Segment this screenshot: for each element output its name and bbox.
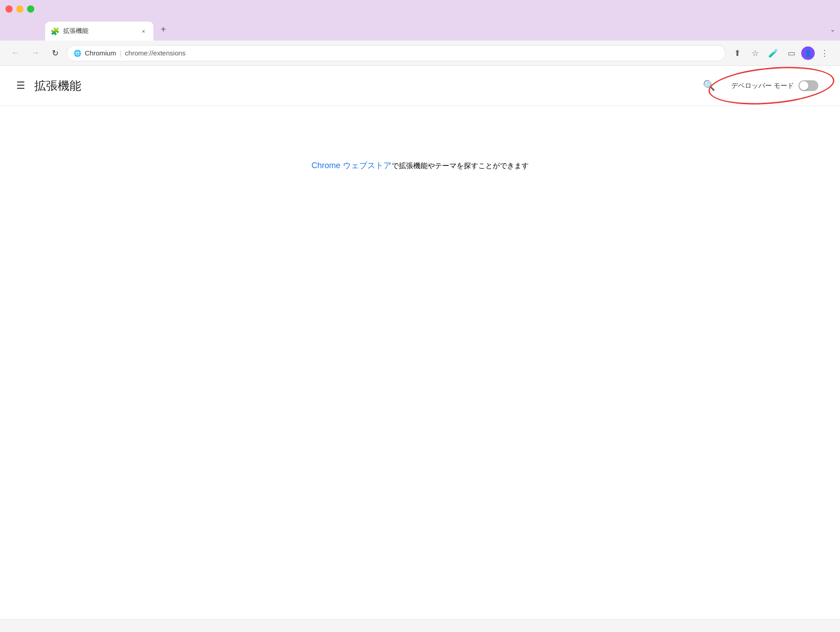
empty-state-text: Chrome ウェブストアで拡張機能やテーマを探すことができます (311, 160, 528, 171)
titlebar (0, 0, 840, 18)
extensions-menu-button[interactable]: 🧪 (765, 45, 781, 61)
tab-title: 拡張機能 (63, 27, 135, 35)
extensions-header: ☰ 拡張機能 🔍 デベロッパー モード (0, 66, 840, 106)
reload-button[interactable]: ↻ (47, 45, 63, 61)
toggle-track (798, 80, 818, 91)
bookmark-button[interactable]: ☆ (747, 45, 763, 61)
developer-mode-label: デベロッパー モード (731, 82, 794, 90)
share-icon: ⬆ (734, 48, 741, 58)
maximize-button[interactable] (27, 5, 34, 13)
hamburger-button[interactable]: ☰ (14, 78, 27, 93)
more-menu-button[interactable]: ⋮ (817, 45, 833, 61)
back-button[interactable]: ← (7, 45, 23, 61)
forward-button[interactable]: → (27, 45, 43, 61)
bottom-bar (0, 619, 840, 632)
new-tab-button[interactable]: + (155, 21, 171, 37)
profile-button[interactable]: 👤 (801, 46, 815, 60)
tab-dropdown-button[interactable]: ⌄ (830, 26, 835, 33)
forward-icon: → (31, 48, 39, 58)
developer-mode-toggle[interactable] (798, 80, 818, 91)
header-right: 🔍 デベロッパー モード (701, 77, 826, 95)
search-button[interactable]: 🔍 (701, 78, 717, 93)
chrome-webstore-link[interactable]: Chrome ウェブストア (311, 161, 391, 170)
header-left: ☰ 拡張機能 (14, 78, 81, 94)
active-tab[interactable]: 🧩 拡張機能 × (45, 22, 153, 41)
back-icon: ← (11, 48, 19, 58)
split-icon: ▭ (788, 48, 795, 58)
share-button[interactable]: ⬆ (729, 45, 745, 61)
flask-icon: 🧪 (768, 48, 778, 58)
traffic-lights (5, 5, 34, 13)
page-content: ☰ 拡張機能 🔍 デベロッパー モード Chrome ウ (0, 66, 840, 632)
bookmark-icon: ☆ (752, 48, 759, 58)
more-icon: ⋮ (821, 48, 829, 58)
extension-icon: 🧩 (51, 27, 60, 36)
navbar: ← → ↻ 🌐 Chromium | chrome://extensions ⬆… (0, 41, 840, 66)
tab-close-button[interactable]: × (139, 27, 148, 36)
tab-bar: 🧩 拡張機能 × + ⌄ (0, 18, 840, 41)
omnibox-url: chrome://extensions (125, 49, 185, 57)
search-icon: 🔍 (703, 80, 715, 91)
hamburger-icon: ☰ (16, 80, 25, 91)
empty-state: Chrome ウェブストアで拡張機能やテーマを探すことができます (0, 106, 840, 225)
reload-icon: ↻ (52, 48, 59, 58)
omnibox-separator: | (120, 49, 121, 57)
developer-mode-container: デベロッパー モード (724, 77, 826, 95)
omnibox[interactable]: 🌐 Chromium | chrome://extensions (67, 45, 725, 61)
page-title: 拡張機能 (34, 78, 81, 94)
profile-icon: 👤 (804, 50, 812, 57)
split-view-button[interactable]: ▭ (783, 45, 799, 61)
browser-name-text: Chromium (85, 49, 116, 57)
security-icon: 🌐 (74, 50, 81, 57)
toolbar-icons: ⬆ ☆ 🧪 ▭ 👤 ⋮ (729, 45, 833, 61)
empty-state-suffix: で拡張機能やテーマを探すことができます (392, 162, 529, 169)
close-button[interactable] (5, 5, 13, 13)
toggle-thumb (799, 81, 808, 90)
minimize-button[interactable] (16, 5, 23, 13)
